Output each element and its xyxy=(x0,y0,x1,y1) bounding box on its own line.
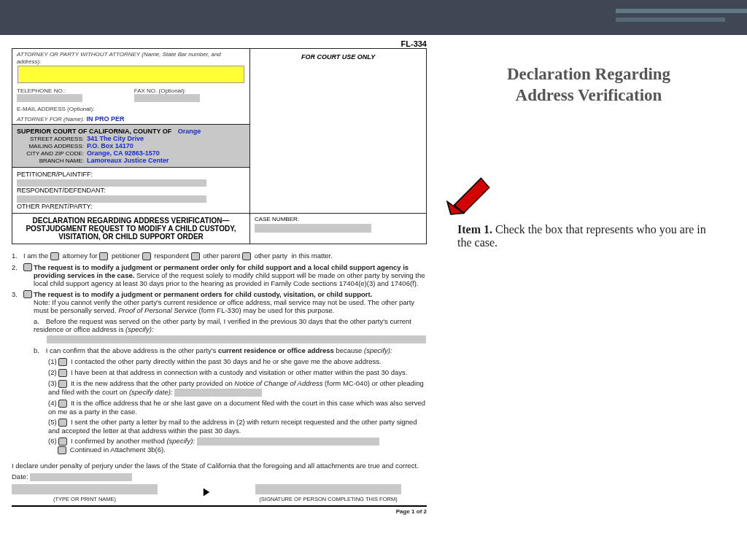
n6-method-fill[interactable] xyxy=(197,438,379,446)
address-fill-line[interactable] xyxy=(47,335,426,343)
checkbox-n4[interactable] xyxy=(58,400,67,408)
checkbox-petitioner[interactable] xyxy=(99,252,108,260)
item-1-prefix: I am the xyxy=(23,252,48,260)
option-other-parent: other parent xyxy=(203,252,240,260)
n1-text: I contacted the other party directly wit… xyxy=(71,357,382,365)
court-use-only-label: FOR COURT USE ONLY xyxy=(250,49,426,61)
n2-number: (2) xyxy=(48,368,57,376)
item-3-bold: The request is to modify a judgment or p… xyxy=(34,290,372,298)
case-number-label: CASE NUMBER: xyxy=(255,216,299,222)
item-1: 1. I am the attorney for petitioner resp… xyxy=(12,252,427,260)
fax-field[interactable] xyxy=(134,94,200,102)
street-label: STREET ADDRESS: xyxy=(17,136,84,142)
checkbox-n2[interactable] xyxy=(58,369,67,377)
other-parent-label: OTHER PARENT/PARTY: xyxy=(17,203,93,210)
n4-text: It is the office address that he or she … xyxy=(48,399,425,416)
checkbox-other-party[interactable] xyxy=(242,252,251,260)
item-3b-bold: current residence or office address xyxy=(216,346,336,354)
form-panel: FL-334 ATTORNEY OR PARTY WITHOUT ATTORNE… xyxy=(0,35,434,515)
form-code: FL-334 xyxy=(12,39,427,48)
checkbox-n3[interactable] xyxy=(58,380,67,388)
checkbox-other-parent[interactable] xyxy=(191,252,200,260)
svg-marker-0 xyxy=(204,489,209,497)
n6-spec: (specify): xyxy=(166,437,195,445)
printed-name-fill[interactable] xyxy=(12,484,158,494)
n5-text: I sent the other party a letter by mail … xyxy=(48,418,417,435)
form-title-line1: DECLARATION REGARDING ADDRESS VERIFICATI… xyxy=(33,217,230,225)
option-attorney-for: attorney for xyxy=(63,252,98,260)
county-value: Orange xyxy=(178,128,201,135)
n5-number: (5) xyxy=(48,418,57,426)
telephone-field[interactable] xyxy=(17,94,82,102)
email-label: E-MAIL ADDRESS (Optional): xyxy=(17,106,94,112)
street-value: 341 The City Drive xyxy=(87,135,144,142)
signature-arrow-icon xyxy=(201,487,212,499)
checkbox-n1[interactable] xyxy=(58,358,67,366)
n4-number: (4) xyxy=(48,399,57,407)
printed-name-caption: (TYPE OR PRINT NAME) xyxy=(12,496,158,502)
item-3-note-italic: Proof of Personal Service xyxy=(118,306,197,314)
item-1-number: 1. xyxy=(12,252,23,260)
n3-text1: It is the new address that the other par… xyxy=(71,379,234,387)
callout-arrow xyxy=(436,172,720,217)
perjury-declaration: I declare under penalty of perjury under… xyxy=(12,462,427,470)
branch-value: Lamoreaux Justice Center xyxy=(87,157,169,164)
checkbox-attorney-for[interactable] xyxy=(50,252,59,260)
respondent-label: RESPONDENT/DEFENDANT: xyxy=(17,187,106,194)
item-3a-label: a. xyxy=(34,317,44,325)
item-3: 3. The request is to modify a judgment o… xyxy=(12,290,427,314)
checkbox-n6[interactable] xyxy=(58,438,67,446)
attorney-for-value: IN PRO PER xyxy=(86,115,124,122)
date-fill[interactable] xyxy=(30,473,132,481)
decorative-bars xyxy=(616,9,747,26)
item-3a: a. Before the request was served on the … xyxy=(34,317,427,343)
form-caption-box: ATTORNEY OR PARTY WITHOUT ATTORNEY (Name… xyxy=(12,48,427,214)
item-3b-tail: because xyxy=(336,346,364,354)
n3-spec: (specify date): xyxy=(129,388,173,396)
city-label: CITY AND ZIP CODE: xyxy=(17,150,84,157)
sidebar-title: Declaration Regarding Address Verificati… xyxy=(457,64,720,106)
court-section: SUPERIOR COURT OF CALIFORNIA, COUNTY OF … xyxy=(12,124,249,167)
n3-date-fill[interactable] xyxy=(174,389,262,397)
sidebar-title-line2: Address Verification xyxy=(516,86,662,104)
branch-label: BRANCH NAME: xyxy=(17,158,84,164)
city-value: Orange, CA 92863-1570 xyxy=(87,149,160,157)
petitioner-label: PETITIONER/PLAINTIFF: xyxy=(17,171,93,178)
case-number-field[interactable] xyxy=(255,224,371,233)
svg-marker-1 xyxy=(454,178,489,213)
n6-text: I confirmed by another method xyxy=(71,437,167,445)
checkbox-n5[interactable] xyxy=(58,419,67,427)
item-3b-text: I can confirm that the above address is … xyxy=(46,346,217,354)
checkbox-item-3[interactable] xyxy=(23,290,32,298)
presentation-header-bar xyxy=(0,0,747,35)
sidebar-instruction: Item 1. Check the box that represents wh… xyxy=(457,223,720,249)
form-title-row: DECLARATION REGARDING ADDRESS VERIFICATI… xyxy=(12,214,427,244)
form-body: 1. I am the attorney for petitioner resp… xyxy=(12,244,427,515)
confirm-methods-list: (1) I contacted the other party directly… xyxy=(48,357,427,454)
attorney-name-field[interactable] xyxy=(18,66,244,83)
item-2-number: 2. xyxy=(12,263,23,271)
item-2: 2. The request is to modify a judgment o… xyxy=(12,263,427,287)
petitioner-field[interactable] xyxy=(17,179,206,187)
item-3a-specify: (specify): xyxy=(125,325,154,333)
sidebar-item1-label: Item 1. xyxy=(457,223,492,236)
form-title-line2: POSTJUDGMENT REQUEST TO MODIFY A CHILD C… xyxy=(26,225,236,233)
checkbox-n6-continued[interactable] xyxy=(58,446,66,454)
n6-number: (6) xyxy=(48,437,57,445)
telephone-label: TELEPHONE NO.: xyxy=(17,88,66,94)
checkbox-item-2[interactable] xyxy=(23,263,32,271)
item-1-suffix: in this matter. xyxy=(291,252,333,260)
n6-continued: Continued in Attachment 3b(6). xyxy=(70,446,166,454)
sidebar-title-line1: Declaration Regarding xyxy=(507,65,670,83)
item-3a-text: Before the request was served on the oth… xyxy=(34,317,411,333)
item-3b: b. I can confirm that the above address … xyxy=(34,346,427,354)
item-3-number: 3. xyxy=(12,290,23,298)
item-3b-label: b. xyxy=(34,346,44,354)
signature-fill[interactable] xyxy=(255,484,401,494)
mailing-label: MAILING ADDRESS: xyxy=(17,143,84,149)
court-title: SUPERIOR COURT OF CALIFORNIA, COUNTY OF xyxy=(17,128,171,135)
respondent-field[interactable] xyxy=(17,195,206,203)
checkbox-respondent[interactable] xyxy=(142,252,151,260)
n3-number: (3) xyxy=(48,379,57,387)
n1-number: (1) xyxy=(48,357,57,365)
